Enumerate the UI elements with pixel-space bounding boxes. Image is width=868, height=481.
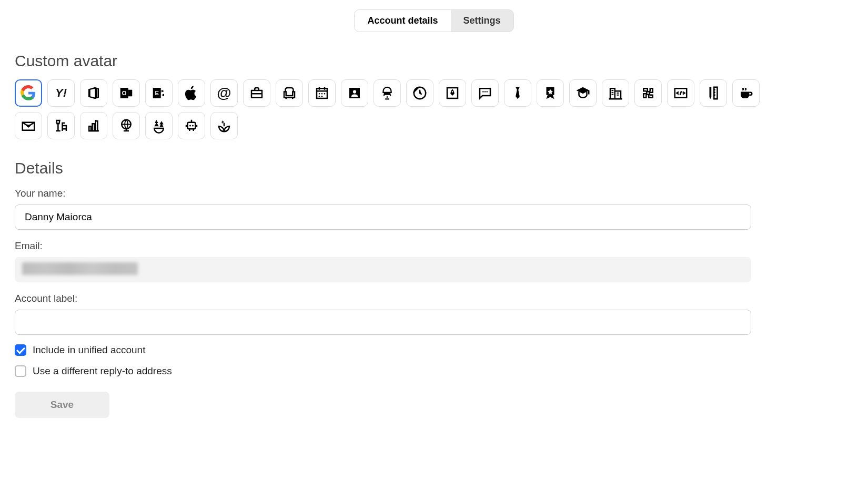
avatar-graduation[interactable] — [569, 79, 597, 107]
avatar-pencil-ruler[interactable] — [700, 79, 727, 107]
svg-rect-24 — [188, 122, 196, 129]
tab-settings[interactable]: Settings — [451, 10, 513, 32]
avatar-apple[interactable] — [178, 79, 205, 107]
outlook-icon: O — [118, 85, 134, 101]
section-custom-avatar: Custom avatar Y! O E @ — [0, 52, 868, 139]
avatar-google[interactable] — [15, 79, 42, 107]
chat-icon — [477, 85, 493, 101]
avatar-love-letter[interactable] — [15, 112, 42, 139]
svg-rect-20 — [89, 126, 91, 131]
trees-icon — [151, 118, 167, 134]
yahoo-icon: Y! — [55, 86, 67, 100]
tabs: Account details Settings — [0, 0, 868, 32]
avatar-trees-bowl[interactable] — [145, 112, 173, 139]
at-icon: @ — [217, 85, 231, 101]
account-label-label: Account label: — [15, 293, 853, 304]
briefcase-icon — [249, 85, 265, 101]
custom-avatar-heading: Custom avatar — [15, 52, 853, 70]
avatar-lamp-chair[interactable] — [47, 112, 75, 139]
coffee-icon — [738, 85, 754, 101]
svg-point-16 — [485, 91, 486, 93]
globe-icon — [118, 118, 134, 134]
reply-to-checkbox[interactable] — [15, 365, 26, 377]
avatar-exchange[interactable]: E — [145, 79, 173, 107]
avatar-sparkle-leaf[interactable] — [210, 112, 238, 139]
avatar-outlook[interactable]: O — [113, 79, 140, 107]
robot-icon — [184, 118, 199, 134]
avatar-code[interactable] — [667, 79, 694, 107]
tie-icon — [510, 85, 526, 101]
avatar-rocket-window[interactable] — [439, 79, 466, 107]
lamp-chair-icon — [53, 118, 69, 134]
account-label-input[interactable] — [15, 310, 751, 335]
svg-point-26 — [192, 125, 194, 127]
avatar-chat[interactable] — [471, 79, 499, 107]
hacker-icon — [379, 85, 395, 101]
svg-point-6 — [324, 93, 326, 95]
svg-rect-21 — [93, 124, 95, 131]
svg-point-15 — [482, 91, 484, 93]
email-display — [15, 257, 751, 282]
avatar-grid: Y! O E @ — [15, 79, 783, 139]
avatar-bar-chart[interactable] — [80, 112, 107, 139]
avatar-calendar[interactable] — [308, 79, 336, 107]
avatar-briefcase[interactable] — [243, 79, 270, 107]
avatar-robot[interactable] — [178, 112, 205, 139]
avatar-tie[interactable] — [504, 79, 531, 107]
name-label: Your name: — [15, 188, 853, 199]
save-button[interactable]: Save — [15, 392, 109, 418]
pencil-ruler-icon — [705, 85, 721, 101]
svg-point-14 — [452, 91, 453, 93]
include-unified-label: Include in unified account — [33, 344, 145, 356]
svg-rect-11 — [384, 93, 391, 95]
avatar-globe[interactable] — [113, 112, 140, 139]
svg-point-7 — [319, 96, 320, 97]
include-unified-row: Include in unified account — [15, 344, 853, 356]
calendar-icon — [314, 85, 330, 101]
svg-point-10 — [353, 90, 356, 93]
svg-text:E: E — [155, 90, 159, 96]
avatar-puzzle[interactable] — [634, 79, 662, 107]
avatar-buildings[interactable] — [602, 79, 629, 107]
reply-to-row: Use a different reply-to address — [15, 365, 853, 377]
avatar-photo-frame[interactable] — [341, 79, 368, 107]
bar-chart-icon — [86, 118, 102, 134]
svg-point-17 — [487, 91, 488, 93]
sparkle-leaf-icon — [216, 118, 232, 134]
armchair-icon — [281, 85, 297, 101]
svg-point-8 — [321, 96, 323, 97]
exchange-icon: E — [151, 85, 167, 101]
tab-account-details[interactable]: Account details — [355, 10, 450, 32]
svg-point-25 — [189, 125, 191, 127]
avatar-yahoo[interactable]: Y! — [47, 79, 75, 107]
office-icon — [86, 85, 102, 101]
avatar-hacker[interactable] — [374, 79, 401, 107]
puzzle-icon — [640, 85, 656, 101]
avatar-office[interactable] — [80, 79, 107, 107]
avatar-ribbon[interactable] — [537, 79, 564, 107]
details-heading: Details — [15, 159, 853, 177]
svg-point-4 — [319, 93, 320, 95]
photo-frame-icon — [347, 85, 362, 101]
include-unified-checkbox[interactable] — [15, 344, 26, 356]
section-details: Details Your name: Email: Account label:… — [0, 159, 868, 418]
avatar-at-sign[interactable]: @ — [210, 79, 238, 107]
svg-rect-22 — [96, 121, 98, 131]
svg-point-5 — [321, 93, 323, 95]
avatar-coffee[interactable] — [732, 79, 760, 107]
name-input[interactable] — [15, 204, 751, 230]
email-label: Email: — [15, 240, 853, 252]
avatar-clock[interactable] — [406, 79, 433, 107]
tab-group: Account details Settings — [354, 9, 513, 32]
svg-text:O: O — [122, 90, 127, 96]
code-icon — [673, 85, 689, 101]
buildings-icon — [608, 85, 623, 101]
ribbon-icon — [542, 85, 558, 101]
email-redacted — [22, 262, 138, 275]
avatar-armchair[interactable] — [276, 79, 303, 107]
google-icon — [21, 85, 36, 101]
clock-icon — [412, 85, 428, 101]
graduation-icon — [575, 85, 591, 101]
rocket-icon — [445, 85, 460, 101]
apple-icon — [184, 85, 199, 101]
